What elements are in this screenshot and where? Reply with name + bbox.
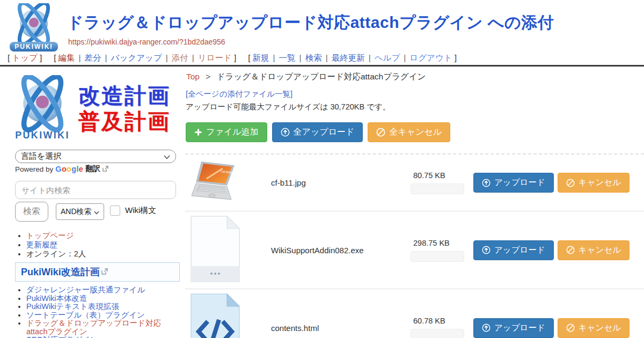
powered-by-text: Powered by xyxy=(15,165,53,173)
sidebar-quick-links: トップページ 更新履歴 オンライン：2人 xyxy=(17,231,178,259)
ban-circle-icon xyxy=(566,324,575,332)
nav-item-edit[interactable]: 編集 xyxy=(58,53,75,62)
nav-item-diff[interactable]: 差分 xyxy=(85,53,101,62)
file-row-actions: アップロード キャンセル xyxy=(473,318,630,338)
upload-button[interactable]: アップロード xyxy=(473,173,554,193)
plus-icon xyxy=(194,128,202,136)
upload-button[interactable]: アップロード xyxy=(473,318,554,338)
list-item: オンライン：2人 xyxy=(26,249,178,259)
list-item: ドラッグ＆ドロップアップロード対応attachプラグイン xyxy=(26,319,178,336)
sidebar-link-text-ext[interactable]: PukiWikiテキスト表現拡張 xyxy=(26,302,119,311)
sidebar-link-dnd-attach[interactable]: ドラッグ＆ドロップアップロード対応attachプラグイン xyxy=(26,319,161,336)
nav-item-attach[interactable]: 添付 xyxy=(172,53,188,62)
search-button[interactable]: 検索 xyxy=(15,202,48,222)
file-row-actions: アップロード キャンセル xyxy=(473,240,630,260)
wiki-syntax-label: Wiki構文 xyxy=(125,205,156,216)
upload-actions-toolbar: ファイル追加 全アップロード 全キャンセル xyxy=(186,122,450,142)
file-size: 80.75 KB xyxy=(411,171,473,180)
sidebar-link-toppage[interactable]: トップページ xyxy=(26,231,74,240)
nav-bracket: ] xyxy=(455,53,457,62)
chevron-down-icon xyxy=(94,208,99,216)
page-url-link[interactable]: https://pukiwiki.dajya-ranger.com/?1bd2d… xyxy=(68,38,225,46)
google-translate-attribution: Powered by Google 翻訳 xyxy=(15,164,108,174)
file-name: WikiSupportAddin082.exe xyxy=(271,246,411,255)
file-row: Let'sNB cf-b11.jpg 80.75 KB アップロード xyxy=(185,155,644,211)
sidebar-link-sort-table[interactable]: ソートテーブル（表）プラグイン xyxy=(26,311,145,319)
nav-item-logout[interactable]: ログアウト xyxy=(409,53,452,62)
html-file-icon xyxy=(191,293,271,338)
site-logo[interactable]: PUKIWIKI xyxy=(6,3,61,54)
breadcrumb-current: ドラッグ＆ドロップアップロード対応attachプラグイン xyxy=(217,72,426,81)
sidebar-link-core-mod[interactable]: PukiWiki本体改造 xyxy=(26,294,87,303)
wiki-syntax-checkbox[interactable] xyxy=(110,205,120,216)
nav-bracket: [ xyxy=(54,53,56,62)
translate-link[interactable]: 翻訳 xyxy=(85,164,100,174)
cancel-all-button[interactable]: 全キャンセル xyxy=(368,122,450,142)
sidebar-link-common-files[interactable]: ダジャレンジャー版共通ファイル xyxy=(26,285,145,294)
ban-circle-icon xyxy=(376,128,385,137)
sidebar-link-history[interactable]: 更新履歴 xyxy=(26,240,57,249)
online-count-text: オンライン：2人 xyxy=(26,249,86,258)
nav-bracket: ] xyxy=(40,53,42,62)
upload-all-button[interactable]: 全アップロード xyxy=(272,122,363,142)
cancel-button[interactable]: キャンセル xyxy=(558,318,630,338)
pukiwiki-attach-page: PUKIWIKI ドラッグ＆ドロップアップロード対応attachプラグイン への… xyxy=(0,0,644,338)
file-size-column: 60.78 KB xyxy=(411,317,473,338)
list-item: SEO対応プラグイン xyxy=(26,336,178,338)
cancel-button[interactable]: キャンセル xyxy=(558,173,630,193)
logo-kaizou-text: 改造計画 xyxy=(78,83,171,108)
site-search-input[interactable] xyxy=(15,181,176,199)
nav-item-recent[interactable]: 最終更新 xyxy=(332,53,365,62)
header-divider xyxy=(0,65,644,67)
breadcrumb: Top > ドラッグ＆ドロップアップロード対応attachプラグイン xyxy=(186,71,426,83)
file-size: 298.75 KB xyxy=(411,239,473,247)
all-attachments-link[interactable]: [全ページの添付ファイル一覧] xyxy=(186,89,292,99)
list-item: ダジャレンジャー版共通ファイル xyxy=(26,286,178,295)
file-row-actions: アップロード キャンセル xyxy=(473,173,630,193)
file-upload-list: Let'sNB cf-b11.jpg 80.75 KB アップロード xyxy=(185,153,644,338)
upload-circle-icon xyxy=(482,324,491,332)
list-item: トップページ xyxy=(26,231,178,240)
nav-item-new[interactable]: 新規 xyxy=(253,53,269,62)
chevron-down-icon xyxy=(164,152,170,161)
list-item: ソートテーブル（表）プラグイン xyxy=(26,311,178,320)
ban-circle-icon xyxy=(566,246,575,254)
file-row: contents.html 60.78 KB アップロード キャンセル xyxy=(185,289,644,338)
cancel-button[interactable]: キャンセル xyxy=(558,240,630,260)
upload-progress-bar xyxy=(411,251,464,262)
atom-icon: PUKIWIKI xyxy=(6,3,61,54)
list-item: PukiWiki本体改造 xyxy=(26,295,178,303)
search-mode-select[interactable]: AND検索 xyxy=(56,203,104,220)
nav-item-top[interactable]: トップ xyxy=(12,53,38,62)
language-select-value: 言語を選択 xyxy=(21,151,61,161)
page-title: ドラッグ＆ドロップアップロード対応attachプラグイン への添付 xyxy=(67,12,554,34)
atom-icon: PUKIWIKI xyxy=(10,75,75,142)
file-name: cf-b11.jpg xyxy=(271,178,411,187)
language-select[interactable]: 言語を選択 xyxy=(15,150,176,163)
breadcrumb-home-link[interactable]: Top xyxy=(186,72,200,81)
google-logo-text: Google xyxy=(55,165,83,173)
nav-item-help[interactable]: ヘルプ xyxy=(375,53,400,62)
nav-item-list[interactable]: 一覧 xyxy=(279,53,296,62)
list-item: 更新履歴 xyxy=(26,240,178,249)
external-link-icon xyxy=(101,267,108,277)
nav-bracket: ] xyxy=(234,53,236,62)
logo-brand-text: PUKIWIKI xyxy=(15,130,70,141)
sidebar-section-header[interactable]: PukiWiki改造計画 xyxy=(15,262,180,282)
top-navigation: [トップ][編集|差分|バックアップ|添付|リロード][新規|一覧|検索|最終更… xyxy=(5,53,459,64)
nav-item-backup[interactable]: バックアップ xyxy=(111,53,162,62)
section-title: PukiWiki改造計画 xyxy=(21,266,100,278)
add-file-button[interactable]: ファイル追加 xyxy=(186,122,267,142)
external-link-icon xyxy=(103,165,108,173)
nav-item-search[interactable]: 検索 xyxy=(305,53,322,62)
file-size-column: 298.75 KB xyxy=(411,239,473,262)
generic-file-icon xyxy=(191,216,271,284)
nav-item-reload[interactable]: リロード xyxy=(198,53,232,62)
upload-progress-bar xyxy=(411,183,464,194)
upload-button[interactable]: アップロード xyxy=(473,240,554,260)
sidebar-plugin-links: ダジャレンジャー版共通ファイル PukiWiki本体改造 PukiWikiテキス… xyxy=(17,286,178,338)
sidebar-link-seo[interactable]: SEO対応プラグイン xyxy=(26,335,98,338)
sidebar-logo[interactable]: PUKIWIKI 改造計画 普及計画 xyxy=(10,74,182,143)
sidebar-logo-text: 改造計画 普及計画 xyxy=(78,83,171,134)
file-row: WikiSupportAddin082.exe 298.75 KB アップロード… xyxy=(185,211,644,289)
